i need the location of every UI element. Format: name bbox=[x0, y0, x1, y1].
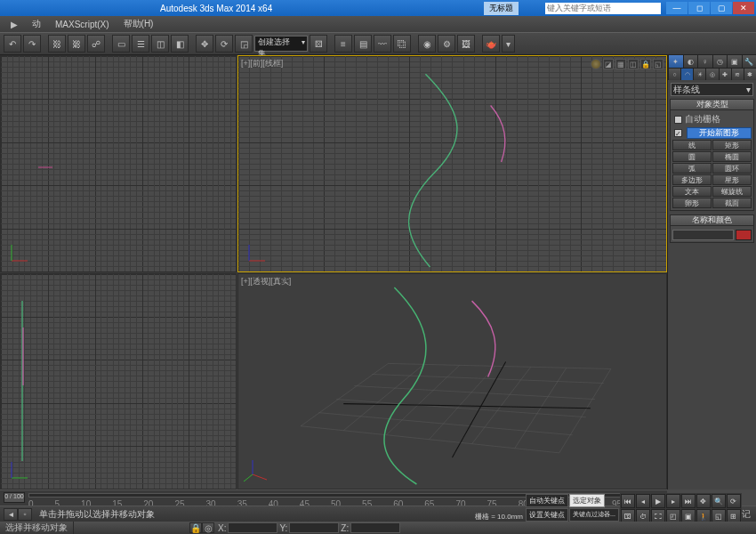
lock-toggle[interactable]: 🔒 bbox=[640, 59, 651, 69]
bind-button[interactable]: ☍ bbox=[87, 35, 105, 53]
selected-filter[interactable]: 选定对象 bbox=[569, 494, 605, 507]
ortho-toggle[interactable]: ◫ bbox=[628, 59, 639, 69]
restore-button[interactable]: ◻ bbox=[688, 2, 710, 14]
shape-donut[interactable]: 圆环 bbox=[712, 163, 752, 174]
svg-line-11 bbox=[244, 474, 253, 481]
shape-arc[interactable]: 弧 bbox=[672, 163, 712, 174]
autokey-button[interactable]: 自动关键点 bbox=[526, 494, 568, 507]
select-button[interactable]: ▭ bbox=[112, 35, 130, 53]
start-shape-button[interactable]: 开始新图形 bbox=[687, 127, 752, 139]
shape-rectangle[interactable]: 矩形 bbox=[712, 140, 752, 150]
coord-x[interactable] bbox=[228, 522, 277, 533]
rotate-button[interactable]: ⟳ bbox=[215, 35, 233, 53]
viewport-top[interactable] bbox=[0, 55, 237, 272]
tab-modify[interactable]: ◐ bbox=[683, 55, 698, 68]
category-dropdown[interactable]: 样条线▾ bbox=[671, 83, 753, 96]
setkey-button[interactable]: 设置关键点 bbox=[526, 508, 568, 522]
link-button[interactable]: ⛓ bbox=[48, 35, 66, 53]
tab-display[interactable]: ▣ bbox=[727, 55, 742, 68]
render-button[interactable]: 🫖 bbox=[482, 35, 500, 53]
next-frame-button[interactable]: ▸ bbox=[666, 494, 680, 508]
help-search-input[interactable] bbox=[545, 4, 661, 12]
menu-help[interactable]: 帮助(H) bbox=[117, 16, 161, 32]
viewport-label[interactable]: [+][前][线框] bbox=[241, 58, 283, 69]
shape-line[interactable]: 线 bbox=[672, 140, 712, 150]
unlink-button[interactable]: ⛓̸ bbox=[68, 35, 85, 53]
shape-egg[interactable]: 卵形 bbox=[672, 198, 712, 208]
window-cross-button[interactable]: ◧ bbox=[171, 35, 189, 53]
startshape-checkbox[interactable] bbox=[674, 129, 682, 137]
shape-helix[interactable]: 螺旋线 bbox=[712, 186, 752, 197]
viewport-left[interactable] bbox=[0, 273, 237, 490]
render-dropdown-button[interactable]: ▾ bbox=[502, 35, 515, 53]
coord-y[interactable] bbox=[289, 522, 339, 533]
maximize-button[interactable]: ▢ bbox=[711, 2, 732, 14]
frame-indicator[interactable]: 0 / 100 bbox=[4, 492, 25, 503]
move-button[interactable]: ✥ bbox=[196, 35, 213, 53]
isolate-button[interactable]: ◎ bbox=[202, 522, 214, 533]
menu-maxscript[interactable]: MAXScript(X) bbox=[48, 18, 117, 31]
goto-start-button[interactable]: ⏮ bbox=[621, 494, 635, 508]
subtab-lights[interactable]: ☀ bbox=[693, 69, 705, 80]
nav-orbit-button[interactable]: ⟳ bbox=[727, 494, 741, 508]
schematic-button[interactable]: ⿻ bbox=[393, 35, 411, 53]
subtab-geometry[interactable]: ○ bbox=[668, 69, 680, 80]
shape-circle[interactable]: 圆 bbox=[672, 151, 712, 162]
tab-motion[interactable]: ◷ bbox=[712, 55, 728, 68]
shape-ngon[interactable]: 多边形 bbox=[672, 174, 712, 185]
minimize-button[interactable]: — bbox=[666, 2, 688, 14]
viewport-label[interactable]: [+][透视][真实] bbox=[241, 276, 291, 287]
autogrid-checkbox[interactable] bbox=[674, 116, 682, 124]
subtab-shapes[interactable]: ◠ bbox=[680, 69, 693, 80]
selection-set-dropdown[interactable]: 创建选择集 bbox=[254, 36, 308, 52]
play-button[interactable]: ▶ bbox=[651, 494, 665, 508]
viewport-front[interactable]: [+][前][线框] ◪ ▦ ◫ 🔒 ◱ bbox=[237, 55, 667, 272]
subtab-cameras[interactable]: ◎ bbox=[705, 69, 718, 80]
render-frame-button[interactable]: 🖼 bbox=[457, 35, 475, 53]
viewport-perspective[interactable]: [+][透视][真实] bbox=[237, 273, 667, 490]
render-setup-button[interactable]: ⚙ bbox=[438, 35, 455, 53]
redo-button[interactable]: ↷ bbox=[23, 35, 41, 53]
viewcube-icon[interactable] bbox=[591, 59, 601, 69]
goto-end-button[interactable]: ⏭ bbox=[681, 494, 696, 508]
coord-z[interactable] bbox=[350, 522, 400, 533]
object-name-input[interactable] bbox=[672, 230, 734, 240]
select-name-button[interactable]: ☰ bbox=[132, 35, 149, 53]
tab-create[interactable]: ✦ bbox=[668, 55, 683, 68]
tab-hierarchy[interactable]: ♀ bbox=[697, 55, 712, 68]
subtab-space[interactable]: ≋ bbox=[731, 69, 744, 80]
select-region-button[interactable]: ◫ bbox=[151, 35, 169, 53]
max-toggle[interactable]: ◱ bbox=[653, 59, 664, 69]
app-menu-icon[interactable]: ▶ bbox=[4, 18, 25, 31]
undo-button[interactable]: ↶ bbox=[4, 35, 21, 53]
help-search[interactable] bbox=[545, 3, 661, 14]
align-button[interactable]: ≡ bbox=[334, 35, 352, 53]
shape-section[interactable]: 截面 bbox=[712, 198, 752, 208]
safe-toggle[interactable]: ▦ bbox=[615, 59, 626, 69]
curve-editor-button[interactable]: 〰 bbox=[374, 35, 391, 53]
lock-selection-button[interactable]: 🔒 bbox=[189, 522, 202, 533]
nav-pan-button[interactable]: ✥ bbox=[696, 494, 711, 508]
rollout-header[interactable]: 对象类型 bbox=[670, 99, 754, 110]
keyfilters-button[interactable]: 关键点过滤器... bbox=[569, 508, 619, 522]
shape-star[interactable]: 星形 bbox=[712, 174, 752, 185]
prev-frame-button[interactable]: ◂ bbox=[636, 494, 650, 508]
layers-button[interactable]: ▤ bbox=[354, 35, 372, 53]
nav-zoom-button[interactable]: 🔍 bbox=[712, 494, 726, 508]
object-color-swatch[interactable] bbox=[736, 230, 752, 240]
subtab-helpers[interactable]: ✚ bbox=[719, 69, 731, 80]
rollout-header[interactable]: 名称和颜色 bbox=[670, 214, 754, 226]
shade-toggle[interactable]: ◪ bbox=[603, 59, 614, 69]
tab-utilities[interactable]: 🔧 bbox=[742, 55, 757, 68]
menu-animation[interactable]: 动 bbox=[25, 16, 48, 32]
mirror-button[interactable]: ⚄ bbox=[310, 35, 327, 53]
scale-button[interactable]: ◲ bbox=[235, 35, 253, 53]
track-open-button[interactable]: ◂ bbox=[4, 508, 18, 521]
autogrid-row[interactable]: 自动栅格 bbox=[672, 112, 752, 126]
close-button[interactable]: ✕ bbox=[733, 2, 754, 14]
track-key-button[interactable]: ◦ bbox=[18, 508, 32, 521]
shape-ellipse[interactable]: 椭圆 bbox=[712, 151, 752, 162]
shape-text[interactable]: 文本 bbox=[672, 186, 712, 197]
subtab-systems[interactable]: ✱ bbox=[744, 69, 756, 80]
material-editor-button[interactable]: ◉ bbox=[418, 35, 436, 53]
